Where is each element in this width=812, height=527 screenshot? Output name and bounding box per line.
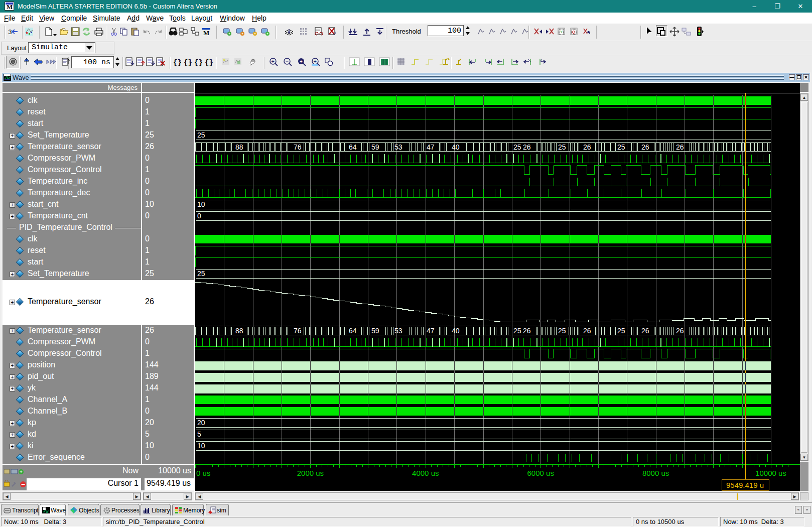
- svg-text:26: 26: [676, 143, 684, 151]
- svg-text:10000 us: 10000 us: [755, 469, 786, 477]
- svg-text:20: 20: [197, 419, 205, 427]
- svg-text:88: 88: [235, 143, 243, 151]
- svg-text:25: 25: [197, 270, 205, 278]
- svg-text:26: 26: [641, 327, 649, 335]
- svg-text:4000 us: 4000 us: [412, 469, 439, 477]
- svg-text:40: 40: [452, 143, 460, 151]
- svg-text:9549.419 u: 9549.419 u: [726, 481, 764, 489]
- svg-text:59: 59: [371, 327, 379, 335]
- svg-text:26: 26: [641, 143, 649, 151]
- svg-text:25: 25: [513, 327, 521, 335]
- svg-text:26: 26: [583, 143, 591, 151]
- svg-text:6000 us: 6000 us: [527, 469, 554, 477]
- svg-text:76: 76: [294, 143, 302, 151]
- svg-text:M: M: [203, 29, 209, 36]
- svg-text:53: 53: [394, 327, 402, 335]
- svg-text:10: 10: [197, 200, 205, 208]
- svg-text:25: 25: [197, 131, 205, 139]
- svg-text:64: 64: [349, 143, 357, 151]
- svg-text:47: 47: [427, 143, 435, 151]
- svg-text:+: +: [272, 58, 275, 64]
- svg-text:47: 47: [427, 327, 435, 335]
- svg-text:88: 88: [235, 327, 243, 335]
- svg-text:2000 us: 2000 us: [297, 469, 324, 477]
- svg-text:25: 25: [558, 327, 566, 335]
- svg-text:40: 40: [452, 327, 460, 335]
- svg-text:25: 25: [617, 327, 625, 335]
- svg-text:0: 0: [197, 212, 201, 220]
- svg-text:25: 25: [617, 143, 625, 151]
- svg-text:25: 25: [513, 143, 521, 151]
- svg-text:76: 76: [294, 327, 302, 335]
- svg-text:Y: Y: [560, 30, 563, 34]
- svg-text:59: 59: [371, 143, 379, 151]
- svg-text:26: 26: [676, 327, 684, 335]
- svg-text:25: 25: [558, 143, 566, 151]
- svg-text:5: 5: [197, 430, 201, 438]
- svg-text:+: +: [300, 59, 303, 64]
- svg-text:+: +: [314, 58, 317, 64]
- svg-text:3: 3: [8, 29, 12, 36]
- svg-text:26: 26: [523, 327, 531, 335]
- svg-text:0 us: 0 us: [196, 469, 210, 477]
- svg-text:53: 53: [394, 143, 402, 151]
- svg-text:26: 26: [583, 327, 591, 335]
- svg-text:26: 26: [523, 143, 531, 151]
- svg-text:8000 us: 8000 us: [642, 469, 669, 477]
- svg-text:64: 64: [349, 327, 357, 335]
- svg-text:10: 10: [197, 442, 205, 450]
